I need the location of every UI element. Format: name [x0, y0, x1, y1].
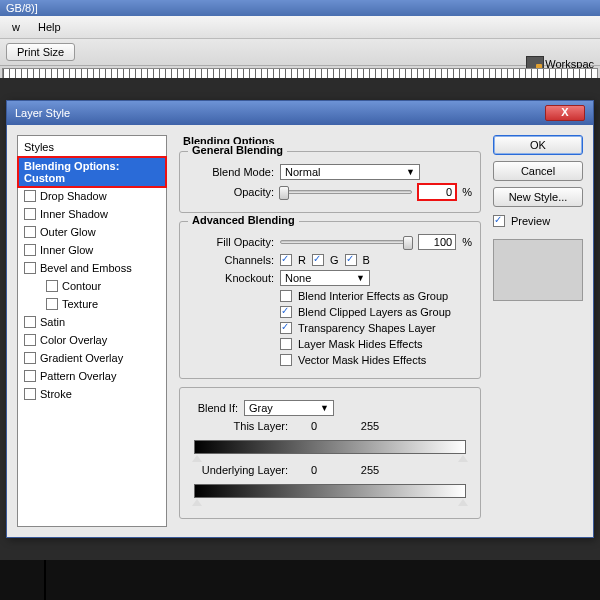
underlying-gradient[interactable]: [194, 484, 466, 498]
dialog-titlebar[interactable]: Layer Style X: [7, 101, 593, 125]
close-icon[interactable]: X: [545, 105, 585, 121]
chevron-down-icon: ▼: [406, 167, 415, 177]
blend-mode-label: Blend Mode:: [188, 166, 274, 178]
underlying-layer-label: Underlying Layer:: [188, 464, 288, 476]
style-pattern-overlay[interactable]: Pattern Overlay: [18, 367, 166, 385]
style-inner-shadow[interactable]: Inner Shadow: [18, 205, 166, 223]
general-title: General Blending: [188, 144, 287, 156]
checkbox-icon[interactable]: [46, 280, 58, 292]
checkbox-icon[interactable]: [24, 190, 36, 202]
this-layer-gradient[interactable]: [194, 440, 466, 454]
checkbox-icon[interactable]: [24, 334, 36, 346]
checkbox-icon[interactable]: [24, 226, 36, 238]
channel-r-checkbox[interactable]: [280, 254, 292, 266]
slider-thumb[interactable]: [403, 236, 413, 250]
new-style-button[interactable]: New Style...: [493, 187, 583, 207]
blend-if-group: Blend If: Gray▼ This Layer: 0 255 Underl…: [179, 387, 481, 519]
chevron-down-icon: ▼: [320, 403, 329, 413]
preview-swatch: [493, 239, 583, 301]
opacity-slider[interactable]: [280, 190, 412, 194]
chevron-down-icon: ▼: [356, 273, 365, 283]
preview-checkbox[interactable]: [493, 215, 505, 227]
menu-w[interactable]: w: [4, 19, 28, 35]
menu-help[interactable]: Help: [30, 19, 69, 35]
style-bevel-emboss[interactable]: Bevel and Emboss: [18, 259, 166, 277]
style-color-overlay[interactable]: Color Overlay: [18, 331, 166, 349]
dialog-buttons: OK Cancel New Style... Preview: [493, 135, 583, 527]
style-blending-options[interactable]: Blending Options: Custom: [18, 157, 166, 187]
print-size-button[interactable]: Print Size: [6, 43, 75, 61]
transparency-checkbox[interactable]: [280, 322, 292, 334]
opacity-label: Opacity:: [188, 186, 274, 198]
checkbox-icon[interactable]: [24, 388, 36, 400]
toolbar: Print Size: [0, 39, 600, 66]
layermask-checkbox[interactable]: [280, 338, 292, 350]
style-outer-glow[interactable]: Outer Glow: [18, 223, 166, 241]
this-layer-label: This Layer:: [188, 420, 288, 432]
dialog-title: Layer Style: [15, 107, 70, 119]
styles-header[interactable]: Styles: [18, 138, 166, 157]
general-blending-group: General Blending Blend Mode: Normal▼ Opa…: [179, 151, 481, 213]
slider-handle-icon[interactable]: [192, 455, 202, 462]
options-panel: Blending Options General Blending Blend …: [177, 135, 483, 527]
advanced-blending-group: Advanced Blending Fill Opacity: 100 % Ch…: [179, 221, 481, 379]
slider-handle-icon[interactable]: [458, 499, 468, 506]
checkbox-icon[interactable]: [24, 316, 36, 328]
styles-list: Styles Blending Options: Custom Drop Sha…: [17, 135, 167, 527]
channel-b-checkbox[interactable]: [345, 254, 357, 266]
knockout-label: Knockout:: [188, 272, 274, 284]
checkbox-icon[interactable]: [24, 208, 36, 220]
style-contour[interactable]: Contour: [40, 277, 166, 295]
pct-label: %: [462, 186, 472, 198]
layer-style-dialog: Layer Style X Styles Blending Options: C…: [6, 100, 594, 538]
style-stroke[interactable]: Stroke: [18, 385, 166, 403]
canvas-footer: [0, 560, 600, 600]
channel-g-checkbox[interactable]: [312, 254, 324, 266]
interior-checkbox[interactable]: [280, 290, 292, 302]
blend-if-label: Blend If:: [188, 402, 238, 414]
checkbox-icon[interactable]: [46, 298, 58, 310]
knockout-combo[interactable]: None▼: [280, 270, 370, 286]
clipped-checkbox[interactable]: [280, 306, 292, 318]
checkbox-icon[interactable]: [24, 244, 36, 256]
vectormask-checkbox[interactable]: [280, 354, 292, 366]
style-texture[interactable]: Texture: [40, 295, 166, 313]
checkbox-icon[interactable]: [24, 370, 36, 382]
app-titlebar-fragment: GB/8)]: [0, 0, 600, 16]
checkbox-icon[interactable]: [24, 262, 36, 274]
ok-button[interactable]: OK: [493, 135, 583, 155]
fill-opacity-input[interactable]: 100: [418, 234, 456, 250]
menubar: w Help: [0, 16, 600, 39]
slider-thumb[interactable]: [279, 186, 289, 200]
fill-opacity-label: Fill Opacity:: [188, 236, 274, 248]
preview-label: Preview: [511, 215, 550, 227]
blend-if-combo[interactable]: Gray▼: [244, 400, 334, 416]
style-gradient-overlay[interactable]: Gradient Overlay: [18, 349, 166, 367]
pct-label: %: [462, 236, 472, 248]
channels-label: Channels:: [188, 254, 274, 266]
fill-opacity-slider[interactable]: [280, 240, 412, 244]
checkbox-icon[interactable]: [24, 352, 36, 364]
slider-handle-icon[interactable]: [192, 499, 202, 506]
style-inner-glow[interactable]: Inner Glow: [18, 241, 166, 259]
blend-mode-combo[interactable]: Normal▼: [280, 164, 420, 180]
style-satin[interactable]: Satin: [18, 313, 166, 331]
advanced-title: Advanced Blending: [188, 214, 299, 226]
opacity-input[interactable]: 0: [418, 184, 456, 200]
style-drop-shadow[interactable]: Drop Shadow: [18, 187, 166, 205]
cancel-button[interactable]: Cancel: [493, 161, 583, 181]
slider-handle-icon[interactable]: [458, 455, 468, 462]
